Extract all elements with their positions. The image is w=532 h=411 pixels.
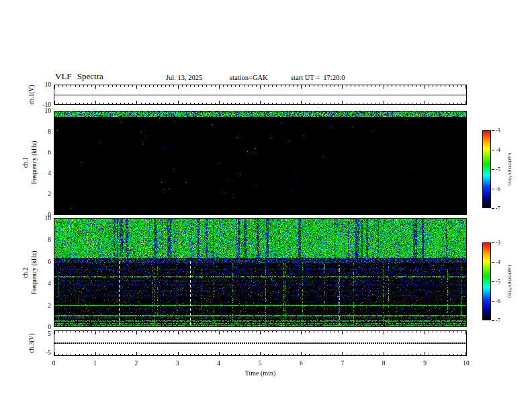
colorbar-tick-label: -6 — [496, 298, 500, 304]
colorbar-tick-label: -5 — [496, 279, 500, 285]
colorbar-upper-label: log(PSD)(V²/Hz) — [507, 153, 513, 185]
figure-title: VLF Spectra — [55, 71, 103, 82]
colorbar-upper — [482, 130, 491, 208]
y-tick-label: 10 — [28, 107, 51, 114]
colorbar-tick-label: -5 — [496, 167, 500, 173]
y-tick-label: 2 — [28, 302, 51, 309]
ch2-spectrogram-axis-label: Frequency (kHz) — [31, 251, 38, 295]
y-tick-label: 5 — [28, 330, 51, 337]
y-tick-label: 6 — [28, 259, 51, 265]
ch2-spectrogram-panel — [54, 218, 467, 327]
x-tick-label: 1 — [85, 360, 105, 367]
x-tick-label: 10 — [456, 360, 476, 367]
vlf-spectra-figure: VLF Spectra Jul. 13, 2025 station=GAK st… — [0, 0, 532, 411]
y-tick-label: 10 — [28, 81, 51, 88]
x-axis-label: Time (min) — [54, 369, 467, 377]
y-tick-label: 8 — [28, 128, 51, 135]
ch1-voltage-panel — [54, 85, 467, 105]
y-tick-label: 4 — [28, 280, 51, 287]
colorbar-tick-mark — [492, 320, 494, 321]
ch1-spectrogram-channel-label: ch.1 — [22, 157, 29, 168]
colorbar-tick-label: -7 — [496, 318, 500, 324]
x-tick-label: 0 — [44, 360, 64, 367]
colorbar-tick-label: -7 — [496, 205, 500, 212]
ch1-voltage-trace-canvas — [54, 85, 466, 104]
colorbar-tick-mark — [492, 208, 494, 209]
x-tick-label: 9 — [415, 360, 435, 367]
colorbar-tick-label: -4 — [496, 259, 500, 265]
ch1-spectrogram-axis-label: Frequency (kHz) — [31, 141, 38, 185]
x-tick-label: 6 — [291, 360, 311, 367]
ch2-spectrogram-canvas — [54, 219, 466, 326]
ch3-voltage-panel — [54, 330, 467, 356]
start-ut-label: start UT = 17:20:0 — [291, 74, 345, 81]
colorbar-tick-mark — [492, 242, 494, 243]
figure-date: Jul. 13, 2025 — [166, 74, 202, 81]
x-tick-label: 5 — [250, 360, 270, 367]
colorbar-lower-label: log(PSD)(V²/Hz) — [507, 265, 513, 298]
colorbar-tick-mark — [492, 281, 494, 282]
y-tick-label: 6 — [28, 149, 51, 156]
colorbar-tick-label: -3 — [496, 128, 500, 134]
colorbar-tick-label: -3 — [496, 240, 500, 246]
y-tick-label: -5 — [28, 349, 51, 356]
colorbar-tick-mark — [492, 150, 494, 150]
colorbar-tick-label: -4 — [496, 147, 500, 153]
x-tick-label: 3 — [167, 360, 187, 367]
x-tick-label: 7 — [332, 360, 353, 367]
colorbar-tick-mark — [492, 301, 494, 302]
colorbar-lower — [482, 242, 491, 320]
colorbar-tick-mark — [492, 189, 494, 189]
y-tick-label: 10 — [28, 215, 51, 222]
x-tick-label: 4 — [209, 360, 229, 367]
y-tick-label: 0 — [28, 324, 51, 330]
y-tick-label: 4 — [28, 170, 51, 177]
x-tick-label: 2 — [126, 360, 146, 367]
station-label: station=GAK — [230, 74, 268, 81]
colorbar-tick-mark — [492, 169, 494, 170]
ch1-spectrogram-canvas — [54, 111, 466, 214]
x-tick-label: 8 — [373, 360, 394, 367]
ch3-voltage-trace-canvas — [54, 331, 466, 355]
y-tick-label: 8 — [28, 236, 51, 243]
ch2-spectrogram-channel-label: ch.2 — [22, 267, 29, 278]
ch1-spectrogram-panel — [54, 111, 467, 215]
colorbar-tick-label: -6 — [496, 186, 500, 192]
colorbar-tick-mark — [492, 130, 494, 131]
y-tick-label: 2 — [28, 191, 51, 197]
colorbar-tick-mark — [492, 262, 494, 263]
